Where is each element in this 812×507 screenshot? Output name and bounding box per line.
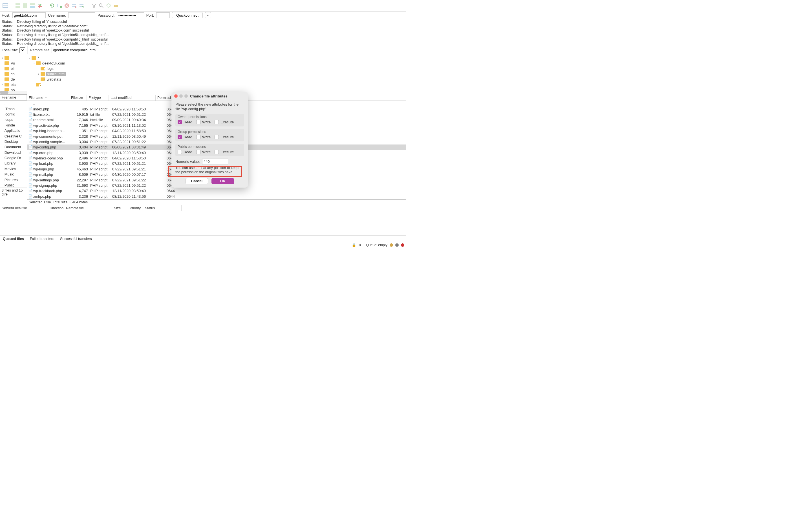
list-item[interactable]: .. <box>0 101 27 106</box>
list-item[interactable]: Google Dr <box>0 155 27 161</box>
close-icon[interactable] <box>174 94 177 98</box>
execute-checkbox[interactable]: Execute <box>214 150 234 154</box>
remote-tree[interactable]: ⌄/⌄geekto5k.comlogs›public_htmlwebstats <box>27 54 406 95</box>
queue-tab[interactable]: Failed transfers <box>27 236 57 242</box>
remote-col-perm[interactable]: Permissi <box>156 95 171 101</box>
tree-item[interactable]: ›etc <box>1 82 26 87</box>
local-file-list[interactable]: ...Trash.config.cups.kindleApplicatioCre… <box>0 101 27 187</box>
write-checkbox[interactable]: Write <box>196 135 211 139</box>
cancel-icon[interactable] <box>64 3 70 9</box>
list-item[interactable]: .kindle <box>0 122 27 128</box>
file-type: html-file <box>90 118 112 122</box>
list-item[interactable]: .cups <box>0 117 27 122</box>
expand-toggle[interactable]: › <box>1 57 4 59</box>
list-item[interactable]: Pictures <box>0 177 27 182</box>
cancel-button[interactable]: Cancel <box>186 178 208 184</box>
file-name: license.txt <box>33 112 74 117</box>
queue-tab[interactable]: Successful transfers <box>57 236 95 242</box>
checkbox-label: Execute <box>220 120 234 124</box>
tree-item[interactable] <box>28 82 405 87</box>
read-checkbox[interactable]: ✓Read <box>177 135 192 139</box>
list-item[interactable]: Creative C <box>0 133 27 138</box>
binoculars-icon[interactable] <box>113 3 119 9</box>
disconnect-icon[interactable] <box>71 3 77 9</box>
queue-col[interactable]: Size <box>112 205 128 211</box>
queue-col[interactable]: Priority <box>128 205 143 211</box>
toggle-tree-icon[interactable] <box>22 3 28 9</box>
toggle-queue-icon[interactable] <box>29 3 36 9</box>
local-site-select[interactable] <box>19 47 25 53</box>
filter-icon[interactable] <box>91 3 97 9</box>
tree-item[interactable]: de <box>1 76 26 82</box>
write-checkbox[interactable]: Write <box>196 150 211 154</box>
quickconnect-button[interactable]: Quickconnect <box>172 12 203 18</box>
file-type: PHP script <box>90 107 112 111</box>
queue-col[interactable]: Server/Local file <box>0 205 48 211</box>
refresh-icon[interactable] <box>49 3 55 9</box>
sitemanager-icon[interactable] <box>2 3 8 9</box>
list-item[interactable]: 📄xmlrpc.php3,236PHP script08/12/2020 21:… <box>27 194 406 199</box>
queue-col[interactable]: Remote file <box>64 205 112 211</box>
checkbox-icon <box>214 150 219 154</box>
tree-item[interactable]: Vo <box>1 61 26 66</box>
expand-toggle[interactable]: ⌄ <box>28 57 32 59</box>
read-checkbox[interactable]: ✓Read <box>177 120 192 124</box>
expand-toggle[interactable]: › <box>1 83 4 86</box>
list-item[interactable]: .config <box>0 112 27 117</box>
scrollbar[interactable] <box>0 91 27 94</box>
toggle-transfer-icon[interactable] <box>37 3 43 9</box>
toggle-log-icon[interactable] <box>15 3 21 9</box>
list-item[interactable]: Desktop <box>0 139 27 144</box>
port-input[interactable] <box>156 12 170 18</box>
process-queue-icon[interactable] <box>56 3 63 9</box>
gear-icon[interactable]: ⚙︎ <box>358 243 361 247</box>
username-input[interactable] <box>68 12 95 18</box>
remote-col-filename[interactable]: Filename <box>27 95 69 101</box>
remote-col-filetype[interactable]: Filetype <box>87 95 109 101</box>
queue-body[interactable] <box>0 211 406 235</box>
reconnect-icon[interactable] <box>79 3 85 9</box>
expand-toggle[interactable]: ⌄ <box>32 62 36 65</box>
numeric-value-input[interactable] <box>202 159 228 165</box>
execute-checkbox[interactable]: Execute <box>214 135 234 139</box>
remote-col-lastmod[interactable]: Last modified <box>109 95 156 101</box>
file-name: readme.html <box>33 118 74 122</box>
tree-item[interactable]: logs <box>28 66 405 71</box>
password-input[interactable] <box>117 12 144 18</box>
list-item[interactable]: 📄wp-trackback.php4,747PHP script12/11/20… <box>27 188 406 193</box>
local-col-filename[interactable]: Filename <box>0 95 27 100</box>
tree-item[interactable]: ⌄geekto5k.com <box>28 61 405 66</box>
list-item[interactable]: Public <box>0 182 27 187</box>
read-checkbox[interactable]: Read <box>177 150 192 154</box>
ok-button[interactable]: OK <box>211 178 234 184</box>
expand-toggle[interactable]: › <box>37 73 41 75</box>
quickconnect-dropdown[interactable]: ▾ <box>205 12 211 18</box>
list-item[interactable]: Library <box>0 161 27 166</box>
local-tree[interactable]: ›Vobircode›etcho <box>0 54 27 91</box>
host-input[interactable] <box>12 12 46 18</box>
tree-item[interactable]: ›public_html <box>28 71 405 76</box>
tree-item[interactable]: webstats <box>28 76 405 82</box>
list-item[interactable]: .Trash <box>0 106 27 111</box>
compare-icon[interactable] <box>105 3 112 9</box>
tree-item[interactable]: › <box>1 55 26 61</box>
queue-col[interactable]: Status <box>143 205 182 211</box>
list-item[interactable]: Download <box>0 150 27 155</box>
write-checkbox[interactable]: Write <box>196 120 211 124</box>
list-item[interactable]: Document <box>0 144 27 150</box>
execute-checkbox[interactable]: Execute <box>214 120 234 124</box>
list-item[interactable]: Music <box>0 172 27 177</box>
svg-rect-0 <box>3 4 8 8</box>
list-item[interactable]: Movies <box>0 166 27 172</box>
search-icon[interactable] <box>98 3 104 9</box>
remote-col-filesize[interactable]: Filesize <box>69 95 87 101</box>
queue-col[interactable]: Direction <box>48 205 64 211</box>
tree-item[interactable]: ho <box>1 87 26 91</box>
file-icon <box>1 107 3 111</box>
tree-item[interactable]: co <box>1 71 26 76</box>
tree-item[interactable]: bir <box>1 66 26 71</box>
list-item[interactable]: Applicatio <box>0 128 27 133</box>
remote-site-input[interactable] <box>52 47 406 53</box>
tree-item[interactable]: ⌄/ <box>28 55 405 61</box>
queue-tab[interactable]: Queued files <box>0 236 27 242</box>
